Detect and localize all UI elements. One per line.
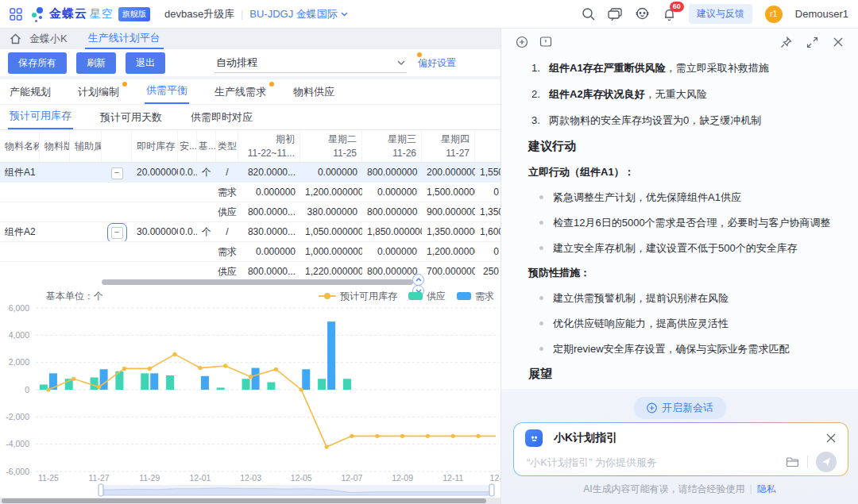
workspace-item-xiaok[interactable]: 金蝶小K — [29, 29, 68, 49]
legend-demand[interactable]: 需求 — [457, 290, 494, 303]
svg-text:12-11: 12-11 — [443, 473, 463, 483]
col-material-version: 物料版本 — [40, 130, 70, 162]
group-title-immediate: 立即行动（组件A1）： — [528, 165, 831, 179]
svg-text:-2,000: -2,000 — [6, 412, 29, 421]
search-icon[interactable] — [582, 7, 595, 21]
edition-badge: 旗舰版 — [118, 7, 150, 21]
svg-text:0: 0 — [25, 385, 29, 394]
refresh-button[interactable]: 刷新 — [76, 52, 116, 74]
notification-count-badge: 60 — [670, 2, 684, 12]
bullet-item: 优化供应链响应能力，提高供应灵活性 — [539, 316, 831, 331]
chat-input-card: 小K计划指引 — [513, 422, 848, 476]
schedule-mode-select[interactable]: 自动排程 — [214, 53, 407, 73]
chat-title: 小K计划指引 — [554, 431, 617, 445]
section-title-actions: 建议行动 — [528, 139, 831, 154]
table-row[interactable]: 需求 0.0000001,000.000000 0.0000001,200.00… — [0, 242, 500, 262]
col-next-partial — [475, 130, 500, 162]
workspace-tab-active[interactable]: 生产线计划平台 — [85, 29, 164, 49]
collapse-row-button[interactable]: − — [111, 167, 123, 179]
chat-input[interactable] — [525, 456, 786, 469]
table-row[interactable]: 组件A1 − 20.0000000.0... 个/ 820.0000...0.0… — [0, 163, 500, 183]
app-launcher-icon[interactable] — [10, 8, 22, 21]
expand-icon[interactable] — [806, 37, 818, 48]
bullet-item: 建立供需预警机制，提前识别潜在风险 — [539, 290, 831, 306]
col-type: 类型 — [216, 130, 238, 162]
ai-disclaimer: AI生成内容可能有误，请结合经验使用|隐私 — [501, 483, 858, 496]
scrollbar-thumb[interactable] — [2, 498, 486, 503]
product-subname: 星空 — [90, 7, 114, 21]
tab-material-supply[interactable]: 物料供应 — [292, 80, 336, 104]
group-title-preventive: 预防性措施： — [528, 266, 831, 280]
divider — [807, 456, 808, 468]
svg-text:12-09: 12-09 — [392, 473, 413, 483]
tab-line-demand[interactable]: 生产线需求 — [213, 80, 268, 104]
svg-text:12-13: 12-13 — [490, 473, 500, 483]
svg-text:11-27: 11-27 — [89, 473, 110, 483]
col-tuesday: 星期二11-25 — [300, 130, 362, 162]
table-row[interactable]: 供应 800.0000...380.000000 800.000000900.0… — [0, 202, 500, 222]
avatar[interactable]: r1 — [765, 6, 783, 23]
col-thursday: 星期四11-27 — [422, 130, 475, 162]
messages-icon[interactable] — [608, 8, 622, 21]
home-icon[interactable] — [10, 29, 21, 49]
preferences-link[interactable]: 偏好设置 — [418, 56, 456, 70]
org-selector[interactable]: BU-JDGJ 金蝶国际 — [249, 7, 348, 21]
exit-button[interactable]: 退出 — [126, 52, 165, 74]
kingdee-logo-icon — [30, 6, 46, 23]
new-chat-icon[interactable] — [516, 36, 528, 48]
col-period-initial: 期初11-22~11... — [238, 130, 300, 162]
bullet-item: 定期review安全库存设置，确保与实际业务需求匹配 — [539, 341, 831, 356]
table-row[interactable]: 组件A2 − 30.0000000.0... 个/ 830.0000...1,0… — [0, 222, 500, 242]
pin-icon[interactable] — [780, 37, 792, 48]
collapse-up-icon[interactable] — [412, 274, 424, 286]
legend-supply[interactable]: 供应 — [408, 290, 446, 303]
attachment-folder-icon[interactable] — [786, 456, 799, 467]
subtab-realtime-match[interactable]: 供需即时对应 — [189, 106, 254, 129]
assistant-avatar-icon — [525, 429, 543, 447]
svg-text:11-25: 11-25 — [38, 473, 59, 483]
chevron-down-icon — [397, 60, 405, 65]
finding-item: 1.组件A1存在严重断供风险，需立即采取补救措施 — [531, 60, 831, 76]
chart-datazoom-slider[interactable] — [0, 483, 500, 497]
chevron-down-icon — [341, 12, 348, 17]
line-marker-icon — [319, 295, 336, 297]
table-row[interactable]: 需求 0.0000001,200.000000 0.0000001,500.00… — [0, 183, 500, 202]
col-expand — [102, 130, 132, 162]
bullet-item: 紧急调整生产计划，优先保障组件A1供应 — [539, 190, 831, 205]
col-wednesday: 星期三11-26 — [362, 130, 422, 162]
subtab-projected-inventory[interactable]: 预计可用库存 — [8, 104, 73, 129]
comment-icon[interactable] — [539, 36, 552, 48]
notification-dot — [417, 52, 422, 57]
privacy-link[interactable]: 隐私 — [757, 483, 776, 494]
page-horizontal-scrollbar[interactable] — [0, 498, 500, 504]
notification-dot — [269, 82, 274, 87]
notifications-bell-icon[interactable]: 60 — [663, 7, 676, 21]
toolbar: 保存所有 刷新 退出 自动排程 偏好设置 — [0, 49, 500, 76]
collapse-row-button[interactable]: − — [111, 227, 123, 239]
svg-text:2,000: 2,000 — [9, 357, 29, 367]
svg-text:12-03: 12-03 — [240, 473, 261, 483]
bullet-item: 检查12月6日的5000个需求是否合理，必要时与客户协商调整 — [539, 215, 831, 230]
support-icon[interactable] — [635, 7, 650, 21]
scrollbar-thumb[interactable] — [102, 279, 413, 285]
legend-projected-inventory[interactable]: 预计可用库存 — [319, 290, 397, 303]
plus-circle-icon — [646, 402, 657, 414]
tab-plan-compilation[interactable]: 计划编制 — [76, 80, 121, 104]
assistant-chat-zone: 开启新会话 小K计划指引 — [501, 389, 858, 504]
svg-text:12-07: 12-07 — [341, 473, 362, 483]
tab-supply-demand-balance[interactable]: 供需平衡 — [145, 79, 189, 104]
subtab-available-days[interactable]: 预计可用天数 — [99, 106, 164, 129]
tab-capacity-planning[interactable]: 产能规划 — [8, 80, 52, 104]
main-content: 保存所有 刷新 退出 自动排程 偏好设置 产能规划 计划编制 供需平衡 生产线需… — [0, 49, 500, 504]
svg-text:-4,000: -4,000 — [6, 439, 29, 448]
demand-marker-icon — [457, 292, 471, 300]
finding-item: 3.两款物料的安全库存均设置为0，缺乏缓冲机制 — [531, 113, 831, 129]
send-button[interactable] — [816, 452, 837, 472]
close-icon[interactable] — [833, 37, 844, 48]
new-session-button[interactable]: 开启新会话 — [633, 397, 726, 419]
feedback-button[interactable]: 建议与反馈 — [689, 4, 752, 24]
finding-item: 2.组件A2库存状况良好，无重大风险 — [531, 87, 831, 102]
chat-close-icon[interactable] — [825, 433, 837, 444]
assistant-message: 1.组件A1存在严重断供风险，需立即采取补救措施 2.组件A2库存状况良好，无重… — [501, 56, 858, 389]
save-all-button[interactable]: 保存所有 — [8, 52, 67, 74]
